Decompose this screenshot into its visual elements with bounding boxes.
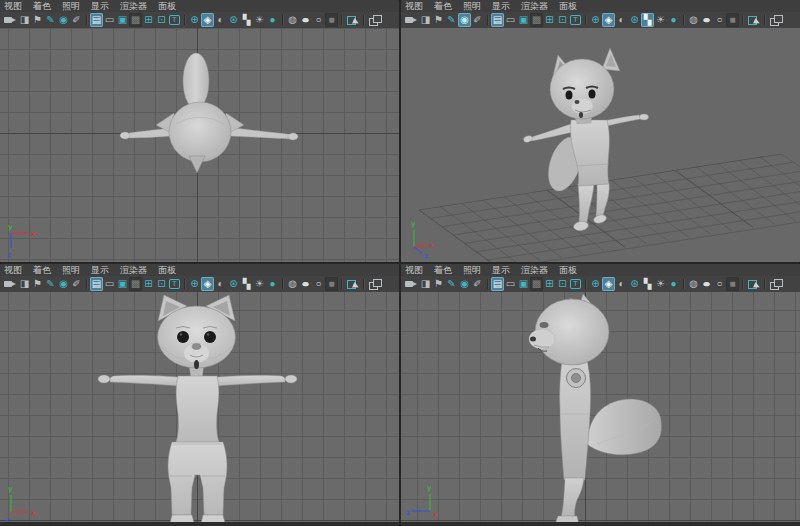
menu-renderer[interactable]: 渲染器 bbox=[116, 264, 154, 276]
safe-action-icon[interactable]: ⊡ bbox=[556, 277, 569, 291]
shadow-icon[interactable]: ● bbox=[667, 277, 680, 291]
wireframe-on-shaded-icon[interactable]: ◐ bbox=[615, 277, 628, 291]
model-side-view[interactable] bbox=[401, 292, 800, 526]
menu-shading[interactable]: 着色 bbox=[29, 264, 58, 276]
light-icon[interactable]: ☀ bbox=[654, 13, 667, 27]
select-cursor-icon[interactable] bbox=[746, 277, 761, 291]
bookmark-icon[interactable]: ⚑ bbox=[432, 13, 445, 27]
wireframe-on-shaded-icon[interactable]: ◐ bbox=[615, 13, 628, 27]
menu-renderer[interactable]: 渲染器 bbox=[517, 264, 555, 276]
shaded-cube-icon[interactable]: ◈ bbox=[201, 13, 214, 27]
pan-zoom-icon[interactable]: ◉ bbox=[458, 277, 471, 291]
antialias-icon[interactable]: ○ bbox=[312, 13, 325, 27]
textured-sphere-icon[interactable]: ⊛ bbox=[227, 13, 240, 27]
light-icon[interactable]: ☀ bbox=[253, 277, 266, 291]
grid-icon[interactable]: ▤ bbox=[491, 277, 504, 291]
checker-material-icon[interactable]: ▚ bbox=[641, 13, 654, 27]
menu-lighting[interactable]: 照明 bbox=[459, 264, 488, 276]
wireframe-sphere-icon[interactable]: ⊕ bbox=[188, 13, 201, 27]
textured-sphere-icon[interactable]: ⊛ bbox=[227, 277, 240, 291]
resolution-gate-icon[interactable]: ▣ bbox=[517, 277, 530, 291]
camera-icon[interactable] bbox=[2, 13, 18, 27]
depth-of-field-icon[interactable]: ■ bbox=[726, 13, 739, 27]
gate-mask-icon[interactable]: ▩ bbox=[129, 277, 142, 291]
shaded-cube-icon[interactable]: ◈ bbox=[602, 13, 615, 27]
field-chart-icon[interactable]: ⊞ bbox=[142, 13, 155, 27]
model-top-view[interactable] bbox=[0, 28, 399, 262]
shadow-icon[interactable]: ● bbox=[266, 277, 279, 291]
wireframe-sphere-icon[interactable]: ⊕ bbox=[589, 277, 602, 291]
safe-title-icon[interactable]: T bbox=[169, 279, 180, 289]
menu-lighting[interactable]: 照明 bbox=[58, 264, 87, 276]
isolate-select-icon[interactable] bbox=[768, 277, 783, 291]
wireframe-on-shaded-icon[interactable]: ◐ bbox=[214, 13, 227, 27]
depth-of-field-icon[interactable]: ■ bbox=[325, 13, 338, 27]
antialias-icon[interactable]: ○ bbox=[312, 277, 325, 291]
pencil-icon[interactable]: ✐ bbox=[70, 13, 83, 27]
textured-sphere-icon[interactable]: ⊛ bbox=[628, 277, 641, 291]
grease-pencil-icon[interactable]: ✎ bbox=[445, 13, 458, 27]
viewport-canvas-front[interactable]: y x z bbox=[0, 292, 399, 526]
grid-icon[interactable]: ▤ bbox=[491, 13, 504, 27]
menu-renderer[interactable]: 渲染器 bbox=[517, 0, 555, 12]
menu-shading[interactable]: 着色 bbox=[430, 264, 459, 276]
safe-action-icon[interactable]: ⊡ bbox=[155, 277, 168, 291]
resolution-gate-icon[interactable]: ▣ bbox=[116, 13, 129, 27]
film-gate-icon[interactable]: ▭ bbox=[504, 13, 517, 27]
film-gate-icon[interactable]: ▭ bbox=[103, 277, 116, 291]
camera-attributes-icon[interactable]: ◨ bbox=[18, 277, 31, 291]
camera-icon[interactable] bbox=[2, 277, 18, 291]
shaded-cube-icon[interactable]: ◈ bbox=[602, 277, 615, 291]
pencil-icon[interactable]: ✐ bbox=[471, 277, 484, 291]
viewport-top[interactable]: 视图着色照明显示渲染器面板 ◨⚑✎◉✐▤▭▣▩⊞⊡T⊕◈◐⊛▚☀●◍●○■ bbox=[0, 0, 399, 262]
pan-zoom-icon[interactable]: ◉ bbox=[57, 277, 70, 291]
select-cursor-icon[interactable] bbox=[345, 13, 360, 27]
field-chart-icon[interactable]: ⊞ bbox=[543, 13, 556, 27]
film-gate-icon[interactable]: ▭ bbox=[504, 277, 517, 291]
bookmark-icon[interactable]: ⚑ bbox=[31, 277, 44, 291]
grid-icon[interactable]: ▤ bbox=[90, 277, 103, 291]
wireframe-on-shaded-icon[interactable]: ◐ bbox=[214, 277, 227, 291]
field-chart-icon[interactable]: ⊞ bbox=[543, 277, 556, 291]
shaded-cube-icon[interactable]: ◈ bbox=[201, 277, 214, 291]
menu-view[interactable]: 视图 bbox=[0, 0, 29, 12]
camera-attributes-icon[interactable]: ◨ bbox=[419, 277, 432, 291]
grease-pencil-icon[interactable]: ✎ bbox=[44, 13, 57, 27]
light-icon[interactable]: ☀ bbox=[253, 13, 266, 27]
shadow-icon[interactable]: ● bbox=[667, 13, 680, 27]
grease-pencil-icon[interactable]: ✎ bbox=[44, 277, 57, 291]
model-front-view[interactable] bbox=[0, 292, 399, 526]
viewport-front[interactable]: 视图着色照明显示渲染器面板 ◨⚑✎◉✐▤▭▣▩⊞⊡T⊕◈◐⊛▚☀●◍●○■ bbox=[0, 264, 399, 526]
camera-attributes-icon[interactable]: ◨ bbox=[18, 13, 31, 27]
checker-material-icon[interactable]: ▚ bbox=[240, 13, 253, 27]
depth-of-field-icon[interactable]: ■ bbox=[325, 277, 338, 291]
select-cursor-icon[interactable] bbox=[746, 13, 761, 27]
gate-mask-icon[interactable]: ▩ bbox=[530, 13, 543, 27]
menu-show[interactable]: 显示 bbox=[488, 264, 517, 276]
model-persp-view[interactable] bbox=[401, 28, 800, 262]
menu-view[interactable]: 视图 bbox=[401, 264, 430, 276]
menu-show[interactable]: 显示 bbox=[87, 0, 116, 12]
grease-pencil-icon[interactable]: ✎ bbox=[445, 277, 458, 291]
light-icon[interactable]: ☀ bbox=[654, 277, 667, 291]
textured-sphere-icon[interactable]: ⊛ bbox=[628, 13, 641, 27]
camera-icon[interactable] bbox=[403, 13, 419, 27]
safe-title-icon[interactable]: T bbox=[570, 279, 581, 289]
checker-material-icon[interactable]: ▚ bbox=[641, 277, 654, 291]
isolate-select-icon[interactable] bbox=[367, 277, 382, 291]
menu-panels[interactable]: 面板 bbox=[555, 0, 584, 12]
safe-action-icon[interactable]: ⊡ bbox=[155, 13, 168, 27]
menu-show[interactable]: 显示 bbox=[87, 264, 116, 276]
select-cursor-icon[interactable] bbox=[345, 277, 360, 291]
safe-title-icon[interactable]: T bbox=[570, 15, 581, 25]
shadow-icon[interactable]: ● bbox=[266, 13, 279, 27]
camera-attributes-icon[interactable]: ◨ bbox=[419, 13, 432, 27]
safe-title-icon[interactable]: T bbox=[169, 15, 180, 25]
menu-lighting[interactable]: 照明 bbox=[459, 0, 488, 12]
antialias-icon[interactable]: ○ bbox=[713, 13, 726, 27]
wireframe-sphere-icon[interactable]: ⊕ bbox=[188, 277, 201, 291]
safe-action-icon[interactable]: ⊡ bbox=[556, 13, 569, 27]
viewport-persp[interactable]: 视图着色照明显示渲染器面板 ◨⚑✎◉✐▤▭▣▩⊞⊡T⊕◈◐⊛▚☀●◍●○■ bbox=[401, 0, 800, 262]
pencil-icon[interactable]: ✐ bbox=[70, 277, 83, 291]
viewport-canvas-top[interactable]: y x z bbox=[0, 28, 399, 262]
